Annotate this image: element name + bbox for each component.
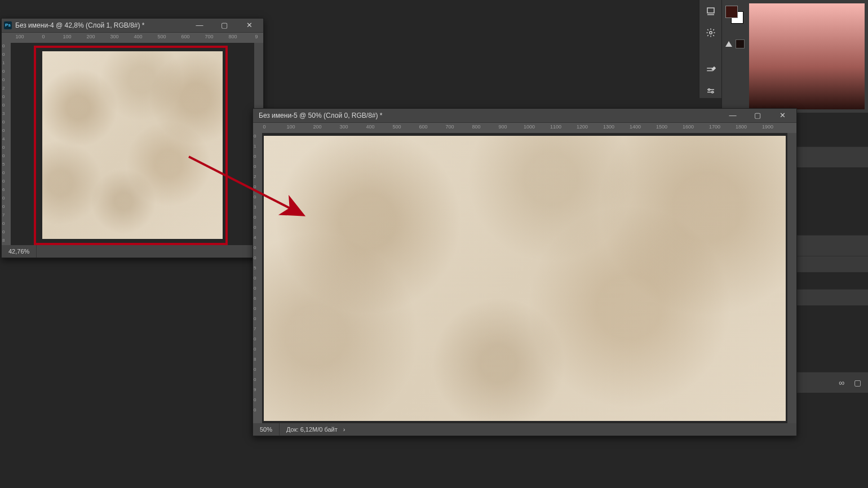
ruler-tick: 0 bbox=[254, 337, 255, 341]
ruler-tick: 0 bbox=[254, 256, 255, 260]
ruler-tick: 0 bbox=[2, 230, 4, 234]
ruler-tick: 0 bbox=[254, 317, 255, 321]
ruler-tick: 0 bbox=[254, 378, 255, 382]
ruler-tick: 0 bbox=[254, 367, 255, 372]
ruler-tick: 0 bbox=[254, 398, 255, 402]
crop-icon[interactable]: ▢ bbox=[852, 378, 862, 388]
ruler-horizontal-doc2[interactable]: 0100200300400500600700800900100011001200… bbox=[262, 123, 787, 134]
ruler-tick: 200 bbox=[86, 34, 95, 39]
zoom-level-doc2[interactable]: 50% bbox=[253, 423, 280, 436]
ruler-tick: 2 bbox=[254, 175, 255, 179]
ruler-tick: 700 bbox=[205, 34, 213, 39]
panel-icon-strip bbox=[699, 0, 722, 98]
ruler-tick: 3 bbox=[254, 205, 255, 210]
ruler-tick: 0 bbox=[254, 195, 255, 199]
gear-icon[interactable] bbox=[704, 26, 718, 39]
ruler-tick: 1000 bbox=[524, 124, 535, 130]
adjustments-icon[interactable] bbox=[704, 85, 718, 98]
ruler-tick: 1 bbox=[2, 61, 4, 65]
ruler-tick: 0 bbox=[2, 78, 4, 82]
ruler-tick: 0 bbox=[254, 246, 255, 250]
image-content-doc1[interactable] bbox=[42, 51, 223, 239]
minimize-button[interactable]: — bbox=[722, 110, 743, 121]
ruler-tick: 0 bbox=[2, 221, 4, 226]
ruler-tick: 4 bbox=[2, 137, 4, 141]
ruler-tick: 1900 bbox=[762, 124, 773, 130]
ruler-tick: 0 bbox=[254, 286, 255, 291]
ruler-tick: 0 bbox=[2, 205, 4, 209]
minimize-button[interactable]: — bbox=[189, 20, 210, 30]
color-swatches[interactable] bbox=[725, 6, 742, 23]
ruler-horizontal-doc1[interactable]: 10001002003004005006007008009 bbox=[11, 33, 254, 43]
document-window-2[interactable]: Без имени-5 @ 50% (Слой 0, RGB/8#) * — ▢… bbox=[253, 108, 797, 436]
maximize-button[interactable]: ▢ bbox=[214, 20, 235, 30]
gamut-warning[interactable] bbox=[725, 39, 745, 48]
ruler-tick: 600 bbox=[181, 34, 189, 39]
ruler-tick: 1100 bbox=[550, 124, 561, 130]
ruler-corner[interactable] bbox=[2, 33, 11, 43]
ruler-tick: 1700 bbox=[709, 124, 720, 130]
ruler-tick: 0 bbox=[254, 215, 255, 220]
ruler-tick: 400 bbox=[134, 34, 142, 39]
titlebar-doc1[interactable]: Ps Без имени-4 @ 42,8% (Слой 1, RGB/8#) … bbox=[2, 19, 263, 33]
ruler-tick: 0 bbox=[263, 124, 265, 130]
ruler-tick: 5 bbox=[2, 162, 4, 167]
ruler-tick: 7 bbox=[254, 327, 255, 331]
ruler-tick: 500 bbox=[157, 34, 166, 39]
link-icon[interactable]: ∞ bbox=[836, 378, 847, 388]
doc-size-text: Док: 6,12M/0 байт bbox=[286, 426, 338, 433]
ruler-tick: 900 bbox=[498, 124, 507, 130]
ruler-tick: 1600 bbox=[683, 124, 694, 130]
zoom-level-doc1[interactable]: 42,76% bbox=[2, 245, 37, 258]
ruler-tick: 0 bbox=[2, 145, 4, 150]
close-button[interactable]: ✕ bbox=[772, 110, 793, 121]
document-window-1[interactable]: Ps Без имени-4 @ 42,8% (Слой 1, RGB/8#) … bbox=[1, 18, 264, 258]
ruler-vertical-doc2[interactable]: 0100200300400500600700800900 bbox=[253, 133, 263, 423]
ruler-tick: 0 bbox=[2, 154, 4, 158]
ruler-tick: 0 bbox=[254, 408, 255, 412]
foreground-color-swatch[interactable] bbox=[725, 6, 738, 18]
ruler-tick: 0 bbox=[2, 95, 4, 99]
titlebar-doc2[interactable]: Без имени-5 @ 50% (Слой 0, RGB/8#) * — ▢… bbox=[253, 109, 796, 123]
ruler-tick: 1800 bbox=[736, 124, 747, 130]
chevron-right-icon[interactable]: › bbox=[343, 426, 346, 433]
color-panel bbox=[721, 0, 868, 113]
brush-panel-icon[interactable] bbox=[704, 63, 718, 77]
vertical-scrollbar-doc2[interactable] bbox=[787, 133, 796, 423]
svg-rect-0 bbox=[707, 8, 714, 13]
canvas-doc1[interactable] bbox=[11, 43, 254, 245]
close-button[interactable]: ✕ bbox=[238, 20, 260, 30]
ruler-tick: 5 bbox=[254, 266, 255, 270]
ruler-tick: 0 bbox=[2, 196, 4, 201]
ruler-tick: 100 bbox=[15, 34, 24, 39]
ruler-tick: 0 bbox=[2, 179, 4, 184]
ruler-tick: 2 bbox=[2, 86, 4, 91]
ruler-corner[interactable] bbox=[253, 123, 263, 134]
image-content-doc2[interactable] bbox=[264, 136, 786, 421]
ruler-tick: 3 bbox=[2, 112, 4, 116]
ruler-tick: 8 bbox=[2, 238, 4, 243]
gamut-color-chip[interactable] bbox=[736, 39, 745, 48]
ruler-tick: 1400 bbox=[630, 124, 641, 130]
ruler-tick: 1 bbox=[254, 144, 255, 149]
ruler-tick: 200 bbox=[313, 124, 321, 130]
ruler-tick: 9 bbox=[255, 34, 258, 39]
ruler-tick: 600 bbox=[419, 124, 427, 130]
maximize-button[interactable]: ▢ bbox=[747, 110, 768, 121]
title-text-doc2: Без имени-5 @ 50% (Слой 0, RGB/8#) * bbox=[255, 109, 719, 122]
ruler-tick: 8 bbox=[254, 357, 255, 362]
warning-icon bbox=[725, 41, 732, 47]
photoshop-badge-icon: Ps bbox=[4, 21, 12, 29]
canvas-doc2[interactable] bbox=[262, 133, 787, 423]
doc-info[interactable]: Док: 6,12M/0 байт › bbox=[280, 426, 352, 433]
svg-point-2 bbox=[708, 89, 710, 91]
color-spectrum[interactable] bbox=[749, 3, 865, 109]
ruler-vertical-doc1[interactable]: 001002003004005006007008 bbox=[2, 43, 11, 245]
history-icon[interactable] bbox=[704, 5, 718, 18]
ruler-tick: 500 bbox=[392, 124, 401, 130]
ruler-tick: 0 bbox=[42, 34, 45, 39]
ruler-tick: 1200 bbox=[577, 124, 588, 130]
ruler-tick: 400 bbox=[366, 124, 374, 130]
ruler-tick: 0 bbox=[254, 154, 255, 159]
ruler-tick: 6 bbox=[2, 188, 4, 192]
